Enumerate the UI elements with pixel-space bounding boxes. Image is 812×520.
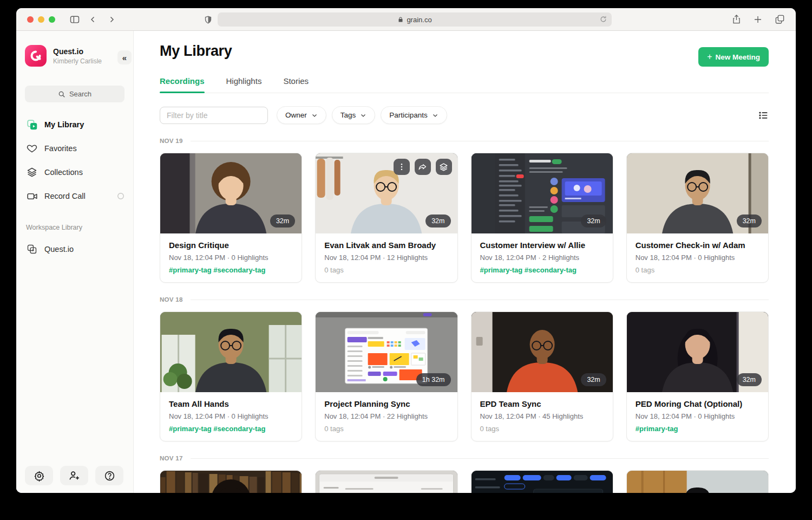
duration-badge: 32m — [737, 214, 762, 227]
list-view-toggle-icon[interactable] — [758, 110, 769, 121]
sidebar-item-record-call[interactable]: Record Call — [16, 188, 133, 204]
invite-person-add-button[interactable] — [60, 466, 88, 485]
recording-title: Project Planning Sync — [324, 399, 448, 408]
filter-dropdown-tags[interactable]: Tags — [332, 106, 376, 124]
sidebar-item-my-library[interactable]: My Library — [16, 116, 133, 133]
sidebar-item-label: Favorites — [44, 144, 77, 153]
recording-tags[interactable]: #primary-tag #secondary-tag — [480, 266, 604, 274]
recording-thumbnail: 32m — [627, 312, 768, 392]
workspace-user-name: Kimberly Carlisle — [53, 57, 102, 65]
filter-dropdown-label: Owner — [285, 111, 307, 119]
search-input[interactable]: Search — [25, 86, 125, 102]
filter-dropdown-owner[interactable]: Owner — [277, 106, 326, 124]
reload-icon[interactable] — [599, 15, 607, 25]
new-meeting-button[interactable]: + New Meeting — [698, 47, 769, 67]
recording-card[interactable]: 32mDesign CritiqueNov 18, 12:04 PM · 0 H… — [160, 153, 302, 283]
sidebar-toggle-icon[interactable] — [68, 13, 81, 26]
recording-meta: Nov 18, 12:04 PM · 0 Highlights — [636, 253, 759, 262]
kebab-menu-icon — [397, 162, 406, 171]
recording-card[interactable]: 1h 32mProject Planning SyncNov 18, 12:04… — [315, 311, 457, 441]
recording-card[interactable]: 32mCustomer Interview w/ AllieNov 18, 12… — [471, 153, 613, 283]
library-outline-icon — [26, 244, 38, 255]
date-section-header: NOV 19 — [160, 138, 769, 144]
recording-title: Team All Hands — [169, 399, 293, 408]
recording-card[interactable]: More filters — [471, 470, 613, 493]
tab-recordings[interactable]: Recordings — [160, 76, 205, 93]
help-question-button[interactable] — [95, 466, 123, 485]
lock-icon — [397, 16, 404, 23]
sidebar-item-quest-io[interactable]: Quest.io — [16, 241, 133, 257]
workspace-name: Quest.io — [53, 47, 102, 56]
recording-card[interactable]: 32mEPD Team SyncNov 18, 12:04 PM · 45 Hi… — [471, 311, 613, 441]
recording-title: EPD Team Sync — [480, 399, 604, 408]
forward-button[interactable] — [105, 13, 118, 26]
recording-card[interactable] — [315, 470, 457, 493]
browser-toolbar: grain.co — [16, 8, 796, 31]
recording-card[interactable]: 32mPED Moring Chat (Optional)Nov 18, 12:… — [626, 311, 769, 441]
recording-title: Evan Litvak and Sam Broady — [324, 240, 448, 250]
recording-card-body: Design CritiqueNov 18, 12:04 PM · 0 High… — [160, 233, 302, 282]
recording-tags[interactable]: #primary-tag — [636, 425, 759, 433]
chevron-down-icon — [360, 112, 366, 119]
close-window-button[interactable] — [27, 16, 34, 23]
recording-card[interactable] — [160, 470, 302, 493]
recording-card-body: Project Planning SyncNov 18, 12:04 PM · … — [316, 392, 457, 441]
recording-thumbnail — [160, 471, 302, 493]
date-section-header: NOV 18 — [160, 296, 769, 303]
layers-icon — [26, 167, 38, 178]
filter-dropdown-participants[interactable]: Participants — [381, 106, 447, 124]
sidebar-item-label: Record Call — [44, 192, 86, 200]
recording-tags[interactable]: #primary-tag #secondary-tag — [169, 266, 293, 274]
share-forward-button[interactable] — [415, 159, 431, 175]
sidebar-item-label: Quest.io — [44, 245, 74, 253]
recording-thumbnail: 32m — [472, 153, 613, 233]
recording-thumbnail: 32m — [160, 153, 302, 233]
sidebar-footer — [25, 466, 123, 485]
recording-meta: Nov 18, 12:04 PM · 22 Highlights — [324, 412, 448, 420]
add-to-collection-icon — [439, 162, 448, 172]
filter-dropdown-label: Tags — [340, 111, 356, 119]
section-divider — [191, 141, 769, 141]
settings-gear-button[interactable] — [25, 466, 53, 485]
workspace-switcher[interactable]: Quest.io Kimberly Carlisle — [16, 31, 133, 67]
chevron-down-icon — [311, 112, 318, 119]
minimize-window-button[interactable] — [38, 16, 44, 23]
share-forward-icon — [418, 162, 427, 172]
tab-overview-icon[interactable] — [773, 13, 786, 26]
tab-stories[interactable]: Stories — [283, 76, 309, 93]
recording-card-body: EPD Team SyncNov 18, 12:04 PM · 45 Highl… — [472, 392, 613, 441]
recording-card[interactable]: 32mCustomer Check-in w/ AdamNov 18, 12:0… — [626, 153, 769, 283]
recording-tags-empty: 0 tags — [324, 266, 448, 274]
recording-card[interactable]: Team All HandsNov 18, 12:04 PM · 0 Highl… — [160, 311, 302, 441]
recording-card[interactable]: 32mEvan Litvak and Sam BroadyNov 18, 12:… — [315, 153, 457, 283]
heart-icon — [26, 143, 38, 154]
main-content: My Library + New Meeting RecordingsHighl… — [134, 31, 796, 493]
recording-grid: 32mDesign CritiqueNov 18, 12:04 PM · 0 H… — [160, 153, 769, 283]
new-tab-icon[interactable] — [751, 13, 764, 26]
sidebar-item-favorites[interactable]: Favorites — [16, 140, 133, 157]
section-divider — [191, 458, 769, 459]
recording-thumbnail — [627, 471, 768, 493]
filter-dropdown-label: Participants — [389, 111, 428, 119]
recording-grid: More filters — [160, 470, 769, 493]
recording-tags-empty: 0 tags — [636, 266, 759, 274]
tab-highlights[interactable]: Highlights — [226, 76, 262, 93]
filter-bar: OwnerTagsParticipants — [160, 106, 769, 124]
add-to-collection-button[interactable] — [436, 159, 452, 175]
share-icon[interactable] — [730, 13, 743, 26]
back-button[interactable] — [87, 13, 100, 26]
sidebar-item-label: Collections — [44, 168, 83, 177]
sidebar-item-collections[interactable]: Collections — [16, 164, 133, 180]
zoom-window-button[interactable] — [49, 16, 55, 23]
filter-by-title-input[interactable] — [160, 107, 268, 124]
page-title: My Library — [160, 43, 232, 60]
recording-card[interactable] — [626, 470, 769, 493]
workspace-logo — [25, 45, 47, 67]
kebab-menu-button[interactable] — [394, 159, 410, 175]
recording-tags[interactable]: #primary-tag #secondary-tag — [169, 425, 293, 433]
sidebar-collapse-button[interactable]: « — [117, 50, 132, 64]
settings-gear-icon — [34, 470, 45, 482]
recording-thumbnail: 32m — [627, 153, 768, 233]
privacy-shield-icon[interactable] — [204, 15, 213, 24]
address-bar[interactable]: grain.co — [218, 12, 612, 27]
